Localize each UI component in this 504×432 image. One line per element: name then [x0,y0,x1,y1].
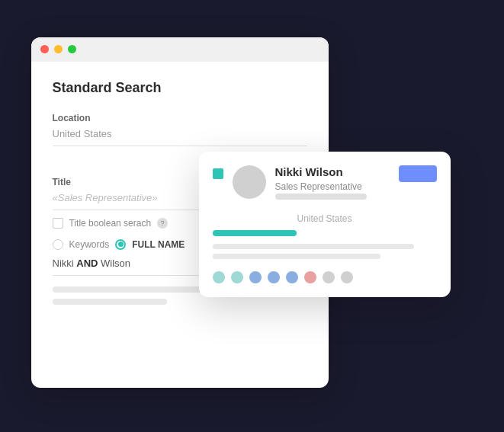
full-name-label: FULL NAME [132,239,185,250]
title-bar-decoration [275,194,367,200]
keywords-radio[interactable] [53,239,63,250]
candidate-location: United States [213,213,437,224]
skill-dot-4 [268,271,280,283]
help-icon[interactable]: ? [157,218,168,229]
skill-dot-7 [323,271,335,283]
skill-dot-3 [249,271,262,283]
card-header: Nikki Wilson Sales Representative [213,165,437,204]
full-name-radio[interactable] [115,239,126,250]
minimize-dot [54,45,63,53]
skill-dot-8 [341,271,353,283]
boolean-label: Title boolean serach [69,218,152,229]
search-value-post: Wilson [98,258,130,269]
skill-dot-5 [286,271,298,283]
skill-dot-6 [304,271,316,283]
detail-bars [213,244,437,259]
browser-titlebar [31,37,329,62]
skill-dots [213,268,437,283]
candidate-title: Sales Representative [275,181,390,192]
card-info: Nikki Wilson Sales Representative [275,165,390,204]
page-title: Standard Search [53,80,307,96]
maximize-dot [68,45,76,53]
location-label: Location [53,113,307,123]
match-bar [213,230,297,236]
candidate-name: Nikki Wilson [275,165,390,178]
search-and: AND [76,258,98,269]
close-dot [40,45,49,53]
action-button[interactable] [399,165,437,182]
skill-dot-1 [213,271,225,283]
skill-dot-2 [231,271,243,283]
detail-bar-2 [213,254,381,259]
result-card: Nikki Wilson Sales Representative United… [199,152,451,297]
status-indicator [213,168,223,179]
placeholder-bar-2 [53,299,167,305]
detail-bar-1 [213,244,415,249]
avatar [233,165,266,199]
search-value-pre: Nikki [53,258,77,269]
location-value: United States [53,128,307,146]
boolean-checkbox[interactable] [53,218,63,229]
keywords-label: Keywords [69,239,110,250]
